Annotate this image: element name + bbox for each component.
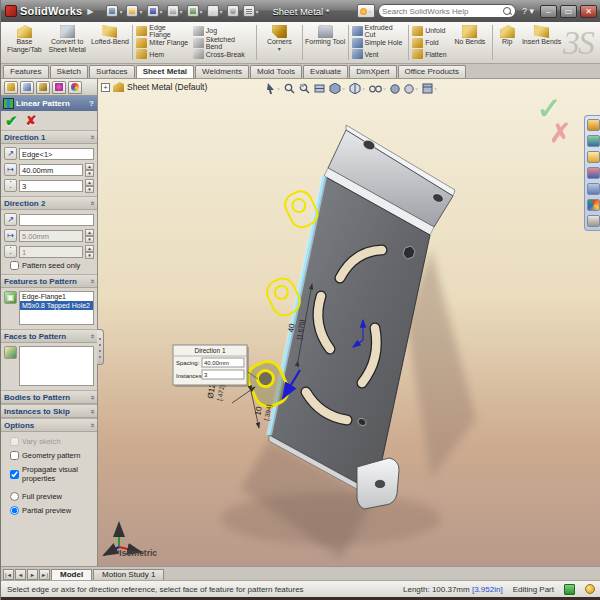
tab-hole[interactable] xyxy=(374,479,385,488)
forming-tool-button[interactable]: Forming Tool xyxy=(304,23,347,62)
last-tab-button[interactable]: ►| xyxy=(39,569,50,580)
app-menu[interactable]: SolidWorks ▶ xyxy=(5,5,95,17)
appearances-icon[interactable] xyxy=(587,199,600,211)
cancel-button[interactable]: ✘ xyxy=(26,113,37,128)
expander-icon[interactable]: + xyxy=(101,83,110,92)
fold-button[interactable]: Fold xyxy=(412,37,446,49)
panel-splitter-handle[interactable] xyxy=(97,329,104,365)
zoom-fit-button[interactable] xyxy=(284,83,295,94)
spacing2-spinner[interactable]: ▲▼ xyxy=(85,229,94,242)
save-button[interactable]: ▾ xyxy=(147,5,163,17)
faces-to-pattern-header[interactable]: Faces to Pattern« xyxy=(1,330,97,343)
configurationmanager-tab[interactable] xyxy=(36,81,50,94)
instances-field[interactable]: 3 xyxy=(19,180,83,192)
options-button[interactable]: ▾ xyxy=(243,5,259,17)
whats-new-button[interactable]: ▾ xyxy=(357,4,375,18)
design-library-icon[interactable] xyxy=(587,135,600,147)
displaymanager-tab[interactable] xyxy=(68,81,82,94)
rip-button[interactable]: Rip xyxy=(494,23,520,62)
attachments-button[interactable] xyxy=(227,5,239,17)
instances-to-skip-header[interactable]: Instances to Skip« xyxy=(1,405,97,418)
tab-surfaces[interactable]: Surfaces xyxy=(89,65,135,78)
dimxpertmanager-tab[interactable] xyxy=(52,81,66,94)
zoom-area-button[interactable] xyxy=(299,83,310,94)
options-header[interactable]: Options« xyxy=(1,419,97,432)
tab-sheet-metal[interactable]: Sheet Metal xyxy=(136,65,194,78)
restore-button[interactable]: ▭ xyxy=(560,5,577,18)
search-pane-icon[interactable] xyxy=(587,167,600,179)
list-item[interactable]: Edge-Flange1 xyxy=(20,292,93,301)
edge-flange-button[interactable]: Edge Flange xyxy=(136,25,188,37)
quick-tips-icon[interactable] xyxy=(585,584,595,594)
direction1-header[interactable]: Direction 1« xyxy=(1,131,97,144)
features-to-pattern-list[interactable]: Edge-Flange1 M5x0.8 Tapped Hole2 xyxy=(19,291,94,325)
feature-tree-overlay[interactable]: + Sheet Metal (Default) xyxy=(101,82,207,92)
search-input[interactable] xyxy=(382,7,503,16)
display-style-button[interactable]: ▾ xyxy=(349,83,365,94)
lofted-bend-button[interactable]: Lofted-Bend xyxy=(89,23,132,62)
next-tab-button[interactable]: ► xyxy=(27,569,38,580)
geometry-pattern-checkbox[interactable]: Geometry pattern xyxy=(4,451,94,460)
open-button[interactable]: ▾ xyxy=(126,5,142,17)
confirm-cancel-button[interactable]: ✗ xyxy=(549,118,571,149)
corners-button[interactable]: Corners▾ xyxy=(258,23,301,62)
instances2-spinner[interactable]: ▲▼ xyxy=(85,245,94,258)
hide-show-items-button[interactable]: ▾ xyxy=(369,84,386,94)
hem-button[interactable]: Hem xyxy=(136,49,188,61)
solidworks-resources-icon[interactable] xyxy=(587,119,600,131)
pattern-seed-only-checkbox[interactable]: Pattern seed only xyxy=(4,261,94,270)
convert-to-sheet-metal-button[interactable]: Convert to Sheet Metal xyxy=(46,23,89,62)
edit-appearance-button[interactable] xyxy=(390,84,400,94)
instances2-field[interactable]: 1 xyxy=(19,246,83,258)
select-tool-button[interactable]: ▾ xyxy=(266,83,280,94)
model-canvas[interactable]: 40 [1.575] Ø12 [.472] 10 xyxy=(98,79,600,566)
direction1-reference-icon[interactable]: ↗ xyxy=(4,147,17,160)
minimize-button[interactable]: – xyxy=(540,5,557,18)
spacing2-field[interactable]: 5.00mm xyxy=(19,230,83,242)
custom-properties-icon[interactable] xyxy=(587,215,600,227)
select-button[interactable]: ▾ xyxy=(207,5,223,17)
model-tab[interactable]: Model xyxy=(51,569,92,580)
direction1-callout[interactable]: Direction 1 Spacing: 40.00mm Instances: … xyxy=(173,345,258,387)
cross-break-button[interactable]: Cross-Break xyxy=(193,49,253,61)
undo-button[interactable]: ▾ xyxy=(187,5,203,17)
graphics-area[interactable]: 40 [1.575] Ø12 [.472] 10 xyxy=(98,79,600,566)
tab-office-products[interactable]: Office Products xyxy=(398,65,467,78)
view-palette-icon[interactable] xyxy=(587,183,600,195)
faces-to-pattern-list[interactable] xyxy=(19,346,94,386)
no-bends-button[interactable]: No Bends xyxy=(449,23,492,62)
view-settings-button[interactable]: ▾ xyxy=(422,83,437,94)
propertymanager-tab[interactable] xyxy=(20,81,34,94)
menu-expand-arrow-icon[interactable]: ▶ xyxy=(87,7,93,16)
close-button[interactable]: ✕ xyxy=(580,5,597,18)
simple-hole-button[interactable]: Simple Hole xyxy=(352,37,406,49)
direction1-edge-field[interactable]: Edge<1> xyxy=(19,148,94,160)
motion-study-tab[interactable]: Motion Study 1 xyxy=(93,569,164,580)
direction2-reference-icon[interactable]: ↗ xyxy=(4,213,17,226)
unfold-button[interactable]: Unfold xyxy=(412,25,446,37)
list-item-selected[interactable]: M5x0.8 Tapped Hole2 xyxy=(20,301,93,310)
flatten-button[interactable]: Flatten xyxy=(412,48,446,60)
extruded-cut-button[interactable]: Extruded Cut xyxy=(352,25,406,37)
new-document-button[interactable]: ▾ xyxy=(106,5,122,17)
spacing-spinner[interactable]: ▲▼ xyxy=(85,163,94,176)
prev-tab-button[interactable]: ◄ xyxy=(15,569,26,580)
tab-features[interactable]: Features xyxy=(3,65,49,78)
callout-instances-input[interactable] xyxy=(202,370,244,379)
propagate-visual-properties-checkbox[interactable]: Propagate visual properties xyxy=(4,465,94,483)
insert-bends-button[interactable]: Insert Bends xyxy=(520,23,563,62)
apply-scene-button[interactable]: ▾ xyxy=(404,84,418,94)
section-view-button[interactable] xyxy=(314,83,325,94)
help-button[interactable]: ? ▾ xyxy=(519,6,537,16)
full-preview-radio[interactable]: Full preview xyxy=(4,492,94,501)
instances-spinner[interactable]: ▲▼ xyxy=(85,179,94,192)
partial-preview-radio[interactable]: Partial preview xyxy=(4,506,94,515)
miter-flange-button[interactable]: Miter Flange xyxy=(136,37,188,49)
vary-sketch-checkbox[interactable]: Vary sketch xyxy=(4,437,94,446)
view-orientation-button[interactable]: ▾ xyxy=(329,83,345,94)
spacing-field[interactable]: 40.00mm xyxy=(19,164,83,176)
featuremanager-tab[interactable] xyxy=(4,81,18,94)
first-tab-button[interactable]: |◄ xyxy=(3,569,14,580)
file-explorer-icon[interactable] xyxy=(587,151,600,163)
tab-dimxpert[interactable]: DimXpert xyxy=(349,65,396,78)
